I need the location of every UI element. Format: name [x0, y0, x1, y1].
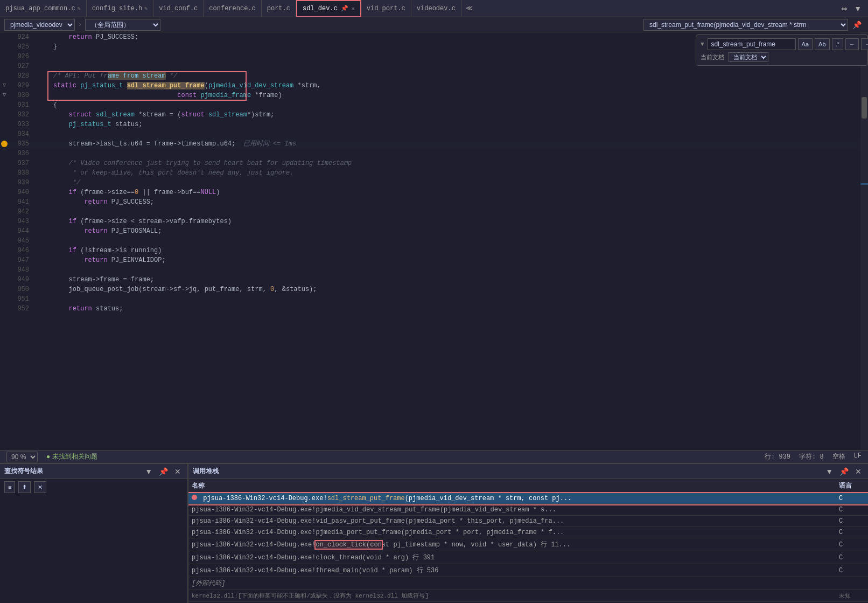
status-bar: 90 % ● 未找到相关问题 行: 939 字符: 8 空格 LF — [0, 450, 868, 463]
tab-conference[interactable]: conference.c — [204, 0, 261, 17]
call-stack-row-0[interactable]: pjsua-i386-Win32-vc14-Debug.exe!sdl_stre… — [188, 493, 868, 504]
tab-sdl-dev[interactable]: sdl_dev.c 📌 ✕ — [296, 0, 361, 17]
code-line-939: 939 */ — [0, 178, 860, 188]
find-symbols-panel: 查找符号结果 ▼ 📌 ✕ ≡ ⬆ ✕ — [0, 464, 188, 603]
code-line-945: 945 — [0, 236, 860, 246]
find-scope-select[interactable]: 当前文档 — [729, 52, 768, 62]
tab-split-btn[interactable]: ⇔ — [839, 4, 850, 13]
scope-select[interactable]: pjmedia_videodev — [4, 19, 75, 31]
code-line-932: 932 struct sdl_stream *stream = (struct … — [0, 110, 860, 120]
code-line-942: 942 — [0, 207, 860, 217]
call-stack-content: 名称 语言 pjsua-i386-Win32-vc14-Debug.exe!sd… — [188, 479, 868, 603]
code-line-951: 951 — [0, 294, 860, 304]
call-stack-name-0: pjsua-i386-Win32-vc14-Debug.exe!sdl_stre… — [188, 493, 836, 504]
tab-pin-icon: 📌 — [341, 5, 348, 12]
find-label: ▼ — [701, 41, 704, 47]
call-stack-lang-0: C — [836, 493, 868, 504]
call-stack-row-1[interactable]: pjsua-i386-Win32-vc14-Debug.exe!pjmedia_… — [188, 504, 868, 516]
no-issues-indicator: ● 未找到相关问题 — [46, 452, 97, 461]
call-stack-panel: 调用堆栈 ▼ 📌 ✕ 名称 语言 — [188, 464, 868, 603]
call-stack-row-8[interactable]: kernel32.dll![下面的框架可能不正确和/或缺失，没有为 kernel… — [188, 590, 868, 602]
tab-vid-conf[interactable]: vid_conf.c — [153, 0, 204, 17]
orange-dot-indicator — [1, 141, 8, 147]
tab-videodev[interactable]: videodev.c — [411, 0, 461, 17]
call-stack-row-6[interactable]: pjsua-i386-Win32-vc14-Debug.exe!thread_m… — [188, 564, 868, 577]
code-line-944: 944 return PJ_ETOOSMALL; — [0, 226, 860, 236]
tab-bar-controls: ⇔ ▼ — [835, 4, 868, 13]
breadcrumb-bar: pjmedia_videodev › （全局范围） sdl_stream_put… — [0, 17, 868, 32]
breadcrumb-pin-btn[interactable]: 📌 — [850, 20, 864, 29]
call-stack-row-7[interactable]: [外部代码] — [188, 577, 868, 590]
find-input[interactable] — [708, 38, 796, 50]
code-line-933: 933 pj_status_t status; — [0, 120, 860, 129]
function-select[interactable]: sdl_stream_put_frame(pjmedia_vid_dev_str… — [643, 19, 848, 31]
scroll-marker — [860, 183, 868, 185]
call-stack-row-5[interactable]: pjsua-i386-Win32-vc14-Debug.exe!clock_th… — [188, 551, 868, 564]
call-stack-close-btn[interactable]: ✕ — [853, 467, 864, 476]
code-lines: 924 return PJ_SUCCESS; 925 } 926 — [0, 32, 860, 314]
find-prev-btn[interactable]: ← — [845, 38, 859, 50]
code-line-930: ▽ 930 const pjmedia_frame *frame) — [0, 91, 860, 100]
call-stack-header: 调用堆栈 ▼ 📌 ✕ — [188, 464, 868, 479]
call-red-dot — [192, 495, 197, 500]
tab-more-btn[interactable]: ▼ — [852, 4, 864, 13]
call-table-header: 名称 语言 — [188, 479, 868, 493]
call-stack-row-3[interactable]: pjsua-i386-Win32-vc14-Debug.exe!pjmedia_… — [188, 527, 868, 538]
find-symbols-header: 查找符号结果 ▼ 📌 ✕ — [0, 464, 187, 479]
code-line-934: 934 — [0, 129, 860, 139]
code-line-948: 948 — [0, 265, 860, 275]
tab-port[interactable]: port.c — [262, 0, 296, 17]
find-match-case-btn[interactable]: Aa — [798, 38, 813, 50]
code-line-929: ▽ 929 static pj_status_t sdl_stream_put_… — [0, 81, 860, 91]
find-symbols-pin-btn[interactable]: 📌 — [157, 467, 170, 476]
call-stack-row-2[interactable]: pjsua-i386-Win32-vc14-Debug.exe!vid_pasv… — [188, 516, 868, 527]
code-line-943: 943 if (frame->size < stream->vafp.frame… — [0, 217, 860, 226]
scrollbar-thumb — [862, 97, 867, 119]
status-right: 行: 939 字符: 8 空格 LF — [765, 452, 862, 461]
tab-overflow-btn[interactable]: ≪ — [461, 4, 477, 12]
zoom-select[interactable]: 90 % — [6, 452, 38, 462]
find-symbols-toolbar: ≡ ⬆ ✕ — [4, 481, 183, 493]
code-line-941: 941 return PJ_SUCCESS; — [0, 197, 860, 207]
code-line-936: 936 — [0, 149, 860, 158]
code-line-937: 937 /* Video conference just trying to s… — [0, 158, 860, 168]
code-editor: 924 return PJ_SUCCESS; 925 } 926 — [0, 32, 860, 450]
find-whole-word-btn[interactable]: Ab — [815, 38, 829, 50]
tab-pjsua-app-common[interactable]: pjsua_app_common.c ✎ — [0, 0, 87, 17]
find-symbols-close-btn[interactable]: ✕ — [172, 467, 183, 476]
scope-global-select[interactable]: （全局范围） — [85, 19, 160, 31]
code-line-928: 928 /* API: Put frame from stream */ — [0, 71, 860, 81]
editor-wrapper: 924 return PJ_SUCCESS; 925 } 926 — [0, 32, 868, 450]
call-stack-controls: ▼ 📌 ✕ — [823, 467, 864, 476]
find-symbols-controls: ▼ 📌 ✕ — [143, 467, 183, 476]
code-line-931: 931 { — [0, 100, 860, 110]
call-stack-arrow-btn[interactable]: ▼ — [823, 467, 835, 476]
bottom-area: 查找符号结果 ▼ 📌 ✕ ≡ ⬆ ✕ 调用堆栈 — [0, 463, 868, 603]
call-table: 名称 语言 pjsua-i386-Win32-vc14-Debug.exe!sd… — [188, 479, 868, 602]
call-stack-pin-btn[interactable]: 📌 — [837, 467, 851, 476]
find-regex-btn[interactable]: .* — [832, 38, 843, 50]
code-line-949: 949 stream->frame = frame; — [0, 275, 860, 285]
code-line-946: 946 if (!stream->is_running) — [0, 246, 860, 255]
code-line-950: 950 job_queue_post_job(stream->sf->jq, p… — [0, 285, 860, 294]
tab-vid-port[interactable]: vid_port.c — [361, 0, 411, 17]
find-next-btn[interactable]: → — [861, 38, 868, 50]
code-line-938: 938 * or keep-alive, this port doesn't n… — [0, 168, 860, 178]
call-stack-row-4[interactable]: pjsua-i386-Win32-vc14-Debug.exe!on_clock… — [188, 538, 868, 551]
code-line-947: 947 return PJ_EINVALIDOP; — [0, 255, 860, 265]
code-line-935: 935 stream->last_ts.u64 = frame->timesta… — [0, 139, 860, 149]
app-container: pjsua_app_common.c ✎ config_site.h ✎ vid… — [0, 0, 868, 603]
editor-scrollbar[interactable] — [860, 32, 868, 450]
code-line-940: 940 if (frame->size==0 || frame->buf==NU… — [0, 188, 860, 197]
find-symbols-clear-btn[interactable]: ✕ — [34, 481, 46, 493]
tab-bar: pjsua_app_common.c ✎ config_site.h ✎ vid… — [0, 0, 868, 17]
find-symbols-list-btn[interactable]: ≡ — [4, 481, 15, 493]
tab-close-icon[interactable]: ✕ — [352, 5, 355, 12]
find-symbols-content: ≡ ⬆ ✕ — [0, 479, 187, 603]
find-symbols-export-btn[interactable]: ⬆ — [18, 481, 31, 493]
code-line-952: 952 return status; — [0, 304, 860, 314]
find-widget: ▼ Aa Ab .* ← → ✕ 当前文档 当前文档 — [696, 34, 868, 66]
find-symbols-arrow-btn[interactable]: ▼ — [143, 467, 155, 476]
find-options: 当前文档 当前文档 — [701, 52, 863, 62]
tab-config-site[interactable]: config_site.h ✎ — [87, 0, 154, 17]
